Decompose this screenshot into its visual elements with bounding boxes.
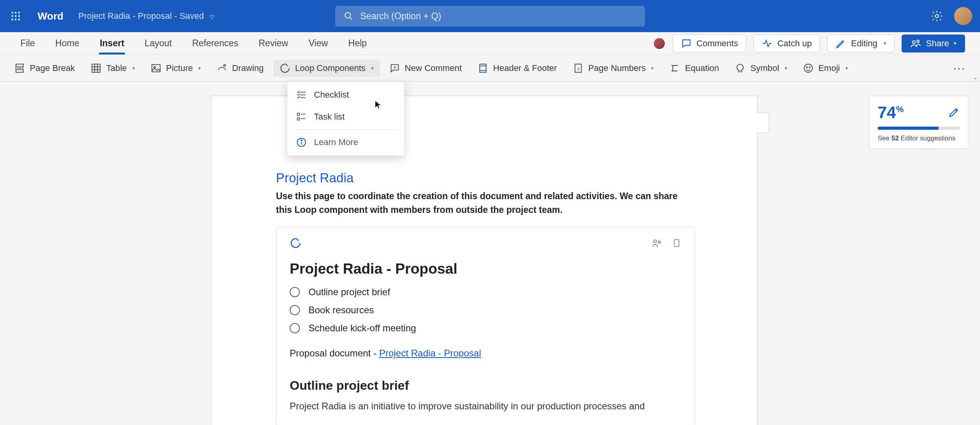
tab-file[interactable]: File bbox=[10, 32, 45, 54]
checkbox-icon[interactable] bbox=[290, 287, 300, 297]
tab-label: Review bbox=[259, 38, 288, 49]
tab-layout[interactable]: Layout bbox=[134, 32, 182, 54]
people-icon[interactable] bbox=[652, 238, 662, 249]
app-launcher[interactable] bbox=[8, 8, 24, 24]
editor-progress-bar bbox=[878, 127, 960, 130]
page-break-button[interactable]: Page Break bbox=[8, 60, 81, 77]
loop-section-heading[interactable]: Outline project brief bbox=[290, 378, 681, 393]
link-prefix: Proposal document - bbox=[290, 348, 379, 358]
loop-title[interactable]: Project Radia - Proposal bbox=[290, 261, 681, 277]
equation-button[interactable]: Equation bbox=[663, 60, 725, 77]
page-handle[interactable] bbox=[757, 113, 769, 133]
tab-label: File bbox=[20, 38, 35, 49]
emoji-icon bbox=[803, 63, 814, 74]
loop-component[interactable]: Project Radia - Proposal Outline project… bbox=[276, 227, 695, 425]
tab-references[interactable]: References bbox=[182, 32, 249, 54]
editor-count: 52 bbox=[891, 134, 899, 142]
new-comment-button[interactable]: New Comment bbox=[383, 60, 468, 77]
new-comment-icon bbox=[389, 63, 400, 74]
page-numbers-button[interactable]: # Page Numbers ▾ bbox=[566, 60, 660, 77]
editor-score-panel[interactable]: 74% See 52 Editor suggestions bbox=[869, 96, 968, 149]
editing-mode-button[interactable]: Editing ▾ bbox=[827, 35, 895, 53]
pencil-icon bbox=[835, 38, 846, 49]
svg-point-34 bbox=[809, 67, 810, 67]
svg-rect-17 bbox=[92, 64, 100, 72]
svg-point-13 bbox=[917, 40, 919, 42]
dropdown-item-tasklist[interactable]: Task list bbox=[287, 106, 404, 128]
comments-button[interactable]: Comments bbox=[673, 35, 746, 53]
emoji-button[interactable]: Emoji ▾ bbox=[797, 60, 854, 77]
svg-point-24 bbox=[224, 64, 226, 66]
page-numbers-icon: # bbox=[573, 63, 584, 74]
share-button[interactable]: Share ▾ bbox=[902, 35, 965, 53]
checklist-icon bbox=[296, 89, 307, 100]
search-input[interactable]: Search (Option + Q) bbox=[335, 6, 645, 27]
overflow-button[interactable]: ··· bbox=[947, 59, 972, 78]
svg-point-8 bbox=[18, 19, 20, 20]
header-footer-button[interactable]: Header & Footer bbox=[471, 60, 563, 77]
loop-components-label: Loop Components bbox=[295, 63, 366, 73]
svg-point-3 bbox=[11, 15, 13, 17]
checklist-item[interactable]: Outline project brief bbox=[290, 287, 681, 298]
tab-view[interactable]: View bbox=[298, 32, 338, 54]
gear-icon[interactable] bbox=[931, 10, 943, 22]
checkbox-icon[interactable] bbox=[290, 305, 300, 315]
document-intro[interactable]: Use this page to coordinate the creation… bbox=[276, 189, 693, 216]
loop-icon bbox=[279, 63, 290, 74]
presence-avatar[interactable] bbox=[653, 37, 666, 50]
catch-up-button[interactable]: Catch up bbox=[753, 35, 820, 53]
editor-see: See bbox=[878, 134, 891, 142]
svg-rect-27 bbox=[480, 64, 486, 72]
tab-label: Home bbox=[55, 38, 79, 49]
dropdown-item-learn-more[interactable]: Learn More bbox=[287, 131, 404, 153]
symbol-button[interactable]: Symbol ▾ bbox=[728, 60, 793, 77]
share-label: Share bbox=[926, 38, 949, 49]
loop-link-line[interactable]: Proposal document - Project Radia - Prop… bbox=[290, 348, 681, 359]
svg-rect-38 bbox=[298, 113, 300, 116]
chevron-down-icon: ▾ bbox=[785, 65, 787, 71]
tab-home[interactable]: Home bbox=[45, 32, 89, 54]
chevron-down-icon: ▾ bbox=[954, 40, 956, 46]
document-title[interactable]: Project Radia - Proposal - Saved ▽ bbox=[78, 11, 215, 21]
chevron-down-icon: ▾ bbox=[371, 65, 374, 71]
checklist-item[interactable]: Schedule kick-off meeting bbox=[290, 323, 681, 334]
loop-section-body[interactable]: Project Radia is an initiative to improv… bbox=[290, 399, 681, 413]
svg-point-5 bbox=[18, 15, 20, 17]
dropdown-item-checklist[interactable]: Checklist bbox=[287, 84, 404, 106]
tab-insert[interactable]: Insert bbox=[89, 32, 134, 54]
svg-point-46 bbox=[658, 241, 661, 243]
document-heading[interactable]: Project Radia bbox=[276, 171, 693, 185]
drawing-button[interactable]: Drawing bbox=[210, 60, 270, 77]
dropdown-tasklist-label: Task list bbox=[314, 112, 345, 122]
proposal-link[interactable]: Project Radia - Proposal bbox=[379, 348, 481, 358]
svg-point-44 bbox=[301, 140, 302, 141]
chevron-down-icon: ▾ bbox=[651, 65, 653, 71]
copy-icon[interactable] bbox=[672, 238, 681, 249]
checkbox-icon[interactable] bbox=[290, 323, 300, 333]
loop-components-button[interactable]: Loop Components ▾ bbox=[273, 60, 380, 77]
svg-point-9 bbox=[345, 13, 350, 18]
app-name[interactable]: Word bbox=[38, 10, 64, 22]
drawing-icon bbox=[216, 63, 227, 74]
avatar[interactable] bbox=[954, 7, 972, 25]
picture-button[interactable]: Picture ▾ bbox=[144, 60, 207, 77]
table-button[interactable]: Table ▾ bbox=[84, 60, 141, 77]
checklist-item[interactable]: Book resources bbox=[290, 305, 681, 316]
tab-label: View bbox=[309, 38, 328, 49]
document-title-text: Project Radia - Proposal - Saved bbox=[78, 11, 204, 21]
chevron-down-icon: ▾ bbox=[198, 65, 201, 71]
editor-suggestions-text[interactable]: See 52 Editor suggestions bbox=[878, 134, 960, 142]
tab-label: Layout bbox=[145, 38, 172, 49]
catch-up-label: Catch up bbox=[777, 38, 812, 49]
tab-review[interactable]: Review bbox=[249, 32, 298, 54]
new-comment-label: New Comment bbox=[405, 63, 462, 73]
dropdown-learn-more-label: Learn More bbox=[314, 137, 358, 147]
comment-icon bbox=[681, 38, 692, 49]
tab-help[interactable]: Help bbox=[338, 32, 377, 54]
equation-label: Equation bbox=[685, 63, 719, 73]
svg-point-12 bbox=[913, 41, 915, 44]
dropdown-separator bbox=[294, 129, 397, 130]
ribbon-collapse-button[interactable]: ⌄ bbox=[973, 74, 978, 80]
emoji-label: Emoji bbox=[818, 63, 840, 73]
checklist-item-label: Outline project brief bbox=[309, 287, 390, 298]
